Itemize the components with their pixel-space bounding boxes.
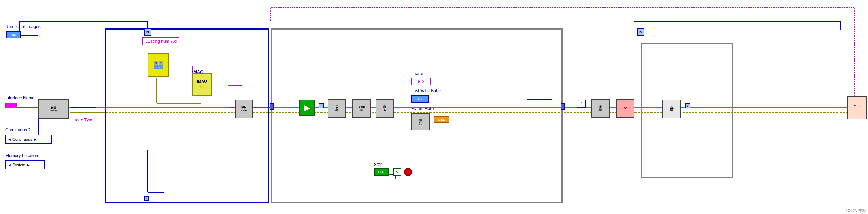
init-node[interactable]: ▶⊡ IMAQ — [38, 99, 69, 119]
i-index-while: i — [319, 103, 324, 108]
dbl-terminal[interactable]: DBL — [434, 116, 449, 123]
i-terminal-for[interactable]: i — [144, 196, 149, 201]
n-terminal-right: N — [637, 28, 644, 36]
memory-location-label: Memory Location — [5, 153, 38, 158]
close-node[interactable]: ✕ — [616, 99, 634, 118]
u32-terminal[interactable]: U32 — [6, 31, 21, 38]
shift-reg-right — [561, 103, 565, 110]
ll-ring-label: LL Ring num %d — [142, 37, 179, 45]
acquire-node[interactable]: ⊡🎥 — [328, 99, 346, 118]
get-image-node[interactable]: 🎥⊡ — [376, 99, 394, 118]
case-selector — [641, 43, 733, 178]
frame-rate-node[interactable]: 🎥◯ — [411, 113, 430, 130]
minus1-constant[interactable]: -1 — [577, 100, 586, 108]
post-acquire-node[interactable]: cam⊡ — [352, 99, 371, 118]
node-right-1[interactable]: ⊡🎥 — [591, 99, 610, 118]
continuous-enum[interactable]: ◄ Continuous ► — [5, 135, 52, 144]
image-terminal[interactable]: ▶ D — [411, 78, 431, 85]
i32-terminal[interactable]: I32 — [411, 95, 429, 103]
node-post-for[interactable]: ⊡▶cam — [235, 100, 253, 118]
interface-name-terminal[interactable]: abc — [5, 103, 17, 108]
stop-label: Stop — [374, 162, 383, 167]
ll-ring-node[interactable]: % ≡ I32 — [148, 53, 169, 77]
image-label: Image — [411, 71, 423, 76]
image-type-label: Image Type — [71, 118, 93, 122]
error-out-node[interactable]: Error?! — [847, 96, 867, 119]
n-terminal-for[interactable]: N — [144, 28, 151, 36]
tf-terminal[interactable]: TF► — [374, 168, 389, 176]
number-of-images-label: Number of Images — [5, 24, 41, 29]
interface-name-label: Interface Name — [5, 95, 35, 100]
imaq-block-label: IMAQ — [192, 69, 203, 74]
shift-reg-left — [270, 103, 274, 110]
arrow-node[interactable]: ▶ — [299, 100, 315, 116]
watermark: CSDN 中标 — [846, 208, 866, 213]
stop-button[interactable] — [404, 168, 412, 176]
continuous-q-label: Continuous ? — [5, 127, 31, 132]
delete-node[interactable]: 🗑 — [662, 100, 681, 118]
system-enum[interactable]: ◄ System ► — [5, 160, 45, 169]
or-node[interactable]: V — [393, 168, 401, 176]
i-index-right: i — [685, 103, 690, 108]
imaq-node[interactable]: IMAQ⚡ — [192, 73, 212, 96]
last-valid-buffer-label: Last Valid Buffer — [411, 88, 442, 93]
frame-rate-label: Frame Rate — [411, 106, 434, 111]
